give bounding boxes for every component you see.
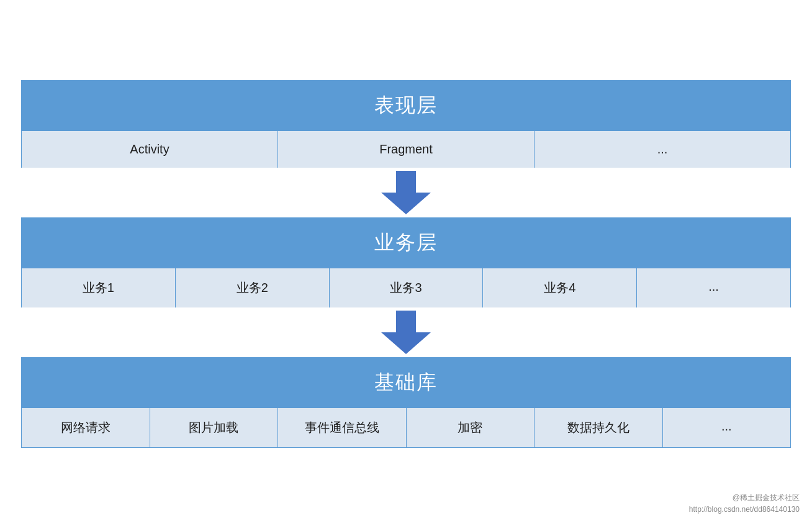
presentation-layer-items: Activity Fragment ...: [22, 130, 790, 168]
list-item: Activity: [22, 131, 278, 168]
list-item: ...: [637, 268, 790, 307]
list-item: 业务1: [22, 268, 176, 307]
list-item: 网络请求: [22, 408, 150, 447]
list-item: ...: [663, 408, 791, 447]
list-item: 数据持久化: [535, 408, 663, 447]
arrow-2: [21, 307, 791, 357]
watermark-line2: http://blog.csdn.net/dd864140130: [689, 504, 800, 516]
list-item: Fragment: [278, 131, 535, 168]
business-layer-header: 业务层: [22, 218, 790, 268]
presentation-layer-title: 表现层: [374, 94, 438, 116]
foundation-layer-items: 网络请求 图片加载 事件通信总线 加密 数据持久化 ...: [22, 407, 790, 447]
list-item: 业务2: [176, 268, 330, 307]
presentation-layer-block: 表现层 Activity Fragment ...: [21, 80, 791, 168]
list-item: 业务3: [330, 268, 484, 307]
arrow-1: [21, 168, 791, 217]
watermark: @稀土掘金技术社区 http://blog.csdn.net/dd8641401…: [689, 492, 800, 516]
watermark-line1: @稀土掘金技术社区: [689, 492, 800, 504]
foundation-layer-header: 基础库: [22, 358, 790, 407]
list-item: 事件通信总线: [278, 408, 407, 447]
business-layer-items: 业务1 业务2 业务3 业务4 ...: [22, 268, 790, 307]
down-arrow-icon: [381, 311, 431, 354]
list-item: 业务4: [483, 268, 637, 307]
foundation-layer-block: 基础库 网络请求 图片加载 事件通信总线 加密 数据持久化 ...: [21, 357, 791, 448]
list-item: 加密: [407, 408, 535, 447]
foundation-layer-title: 基础库: [374, 371, 438, 393]
list-item: ...: [535, 131, 790, 168]
down-arrow-icon: [381, 171, 431, 214]
list-item: 图片加载: [150, 408, 279, 447]
presentation-layer-header: 表现层: [22, 81, 790, 130]
diagram-container: 表现层 Activity Fragment ... 业务层 业务1 业务2 业务…: [21, 80, 791, 448]
business-layer-title: 业务层: [374, 231, 438, 253]
business-layer-block: 业务层 业务1 业务2 业务3 业务4 ...: [21, 217, 791, 307]
